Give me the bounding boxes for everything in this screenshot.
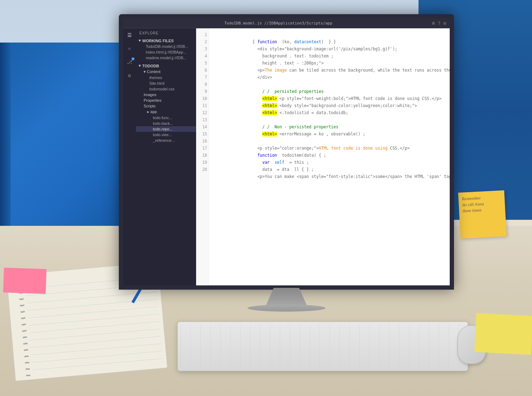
- tododb-section: ▾ TODODB ▾ Content themes Site.html todo…: [136, 62, 196, 144]
- activity-bar: ☰ ⌕ ⎇ ⚙: [123, 28, 136, 285]
- monitor-screen: TodoIDB.model.js //IDBApplication3/Scrip…: [119, 14, 454, 290]
- code-area: 1 2 3 4 5 6 7 8 9 10 11 12 13: [196, 28, 450, 285]
- monitor: TodoIDB.model.js //IDBApplication3/Scrip…: [119, 14, 454, 318]
- sitehtml-item[interactable]: Site.html: [136, 80, 196, 86]
- themes-item[interactable]: themes: [136, 75, 196, 80]
- sticky-note-desk: [474, 313, 532, 355]
- tododb-header[interactable]: ▾ TODODB: [136, 63, 196, 69]
- chevron-right-icon: ▾: [144, 69, 146, 74]
- sticky-note-monitor-text: Remember do call Anna three times: [462, 195, 484, 213]
- sticky-note-monitor: Remember do call Anna three times: [458, 190, 507, 239]
- debug-icon[interactable]: ⚙: [126, 72, 133, 79]
- app-folder[interactable]: ▸ app: [136, 109, 196, 115]
- images-folder[interactable]: Images: [136, 92, 196, 97]
- layout-icon[interactable]: ⊞: [432, 21, 435, 26]
- code-line-1: { function (ko, datacontext) } }: [213, 31, 450, 38]
- ide-body: ☰ ⌕ ⎇ ⚙ EXPLORE ▾ WORKING FILES: [123, 28, 450, 285]
- explorer-title: EXPLORE: [136, 28, 196, 37]
- blue-book-decoration: [0, 43, 121, 248]
- monitor-base: [248, 305, 326, 312]
- ide-titlebar-text: TodoIDB.model.js //IDBApplication3/Scrip…: [127, 21, 430, 26]
- code-content: 1 2 3 4 5 6 7 8 9 10 11 12 13: [196, 28, 450, 285]
- sticky-pink: [3, 268, 46, 294]
- todo-viee-item[interactable]: todo.viee...: [136, 132, 196, 138]
- ide-titlebar-icons: ⊞ ? ⚙: [432, 21, 446, 26]
- chevron-down-icon: ▾: [139, 38, 141, 43]
- keyboard-decoration: [177, 322, 468, 371]
- todo-repo-item[interactable]: todo.repo...: [136, 126, 196, 132]
- code-line-13: / / Non - persisted properties: [213, 116, 450, 123]
- file-explorer: EXPLORE ▾ WORKING FILES TodoIDB.model.jj…: [136, 28, 196, 285]
- source-control-icon[interactable]: ⎇: [126, 58, 133, 66]
- help-icon[interactable]: ?: [438, 21, 440, 26]
- working-files-header[interactable]: ▾ WORKING FILES: [136, 38, 196, 44]
- files-icon[interactable]: ☰: [126, 31, 133, 39]
- reference-item[interactable]: _reference...: [136, 138, 196, 143]
- chevron-right-icon2: ▸: [147, 110, 149, 114]
- todo-func-item[interactable]: todo.func...: [136, 115, 196, 121]
- code-line-16: <p style="color:orange;">HTML font code …: [213, 138, 450, 145]
- properties-folder[interactable]: Properties: [136, 97, 196, 103]
- chevron-down-icon2: ▾: [139, 63, 141, 68]
- todomodel-item[interactable]: todomodel.css: [136, 86, 196, 92]
- keyboard-keys: [181, 325, 465, 368]
- line-numbers: 1 2 3 4 5 6 7 8 9 10 11 12 13: [196, 28, 209, 285]
- code-line-8: / / persisted properties: [213, 81, 450, 88]
- scripts-folder[interactable]: Scripts: [136, 103, 196, 109]
- code-lines[interactable]: { function (ko, datacontext) } } <div st…: [209, 28, 450, 285]
- file-item-index[interactable]: index.html.jj //IDBApp...: [136, 49, 196, 55]
- search-icon[interactable]: ⌕: [126, 45, 133, 52]
- content-folder[interactable]: ▾ Content: [136, 69, 196, 75]
- settings-icon[interactable]: ⚙: [443, 21, 446, 26]
- file-item-readme[interactable]: readme.model.jj //IDB...: [136, 55, 196, 61]
- file-item-todoidb[interactable]: TodoIDB.model.jj //IDB...: [136, 44, 196, 49]
- book-spine: [0, 43, 11, 248]
- badge: [132, 57, 134, 60]
- todo-back-item[interactable]: todo.back...: [136, 121, 196, 126]
- ide: TodoIDB.model.js //IDBApplication3/Scrip…: [123, 18, 450, 285]
- working-files-section: ▾ WORKING FILES TodoIDB.model.jj //IDB..…: [136, 37, 196, 62]
- ide-titlebar: TodoIDB.model.js //IDBApplication3/Scrip…: [123, 18, 450, 28]
